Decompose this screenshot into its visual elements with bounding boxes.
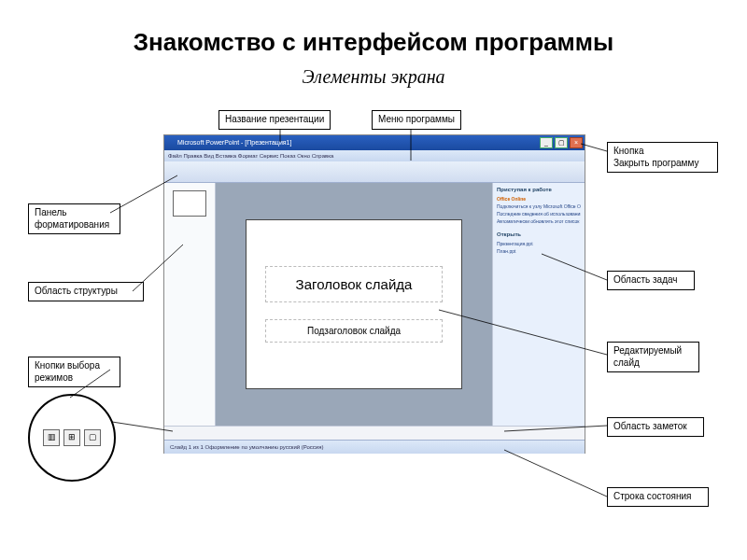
menubar[interactable]: Файл Правка Вид Вставка Формат Сервис По… (164, 150, 585, 161)
titlebar: Microsoft PowerPoint - [Презентация1] _ … (164, 135, 585, 150)
callout-format-panel: Панель форматирования (28, 203, 120, 234)
view-buttons-zoom: ▥ ⊞ ▢ (28, 394, 116, 482)
callout-notes-area: Область заметок (607, 417, 704, 437)
callout-view-buttons: Кнопки выбора режимов (28, 357, 120, 387)
callout-presentation-name: Название презентации (218, 110, 331, 130)
minimize-button[interactable]: _ (540, 137, 553, 148)
taskpane-brand: Office Online (497, 196, 581, 202)
callout-close-button: Кнопка Закрыть программу (607, 142, 718, 173)
maximize-button[interactable]: ▢ (555, 137, 568, 148)
callout-status-bar: Строка состояния (607, 487, 709, 507)
callout-structure-area: Область структуры (28, 282, 144, 301)
status-bar: Слайд 1 из 1 Оформление по умолчанию рус… (164, 440, 585, 454)
task-pane[interactable]: Приступая к работе Office Online Подключ… (492, 183, 585, 426)
subtitle: Элементы экрана (0, 66, 747, 88)
titlebar-text: Microsoft PowerPoint - [Презентация1] (164, 135, 585, 150)
taskpane-item[interactable]: Автоматически обновлять этот список (497, 218, 581, 224)
page-title: Знакомство с интерфейсом программы (0, 0, 747, 66)
taskpane-item[interactable]: Подключиться к узлу Microsoft Office Onl… (497, 203, 581, 209)
notes-pane[interactable] (164, 426, 585, 440)
callout-editable-slide: Редактируемый слайд (607, 342, 699, 372)
close-button[interactable]: × (570, 137, 583, 148)
slide-editor[interactable]: Заголовок слайда Подзаголовок слайда (216, 183, 492, 426)
slide-thumbnail[interactable] (173, 190, 206, 217)
toolbar[interactable] (164, 161, 585, 183)
outline-pane[interactable] (164, 183, 216, 426)
slideshow-view-icon[interactable]: ▢ (84, 429, 101, 446)
taskpane-recent[interactable]: Презентация.ppt (497, 241, 581, 246)
callout-program-menu: Меню программы (372, 110, 461, 130)
taskpane-recent[interactable]: План.ppt (497, 248, 581, 254)
diagram: Панель форматирования Область структуры … (0, 95, 747, 525)
taskpane-item[interactable]: Последние сведения об использовании (497, 211, 581, 217)
taskpane-heading: Приступая к работе (497, 187, 581, 192)
powerpoint-window: Microsoft PowerPoint - [Презентация1] _ … (163, 134, 585, 454)
callout-task-pane: Область задач (607, 271, 695, 290)
sorter-view-icon[interactable]: ⊞ (63, 429, 80, 446)
slide-title-placeholder[interactable]: Заголовок слайда (265, 266, 443, 302)
slide[interactable]: Заголовок слайда Подзаголовок слайда (246, 219, 462, 389)
normal-view-icon[interactable]: ▥ (43, 429, 60, 446)
slide-subtitle-placeholder[interactable]: Подзаголовок слайда (265, 319, 443, 343)
taskpane-open-label: Открыть (497, 231, 581, 237)
